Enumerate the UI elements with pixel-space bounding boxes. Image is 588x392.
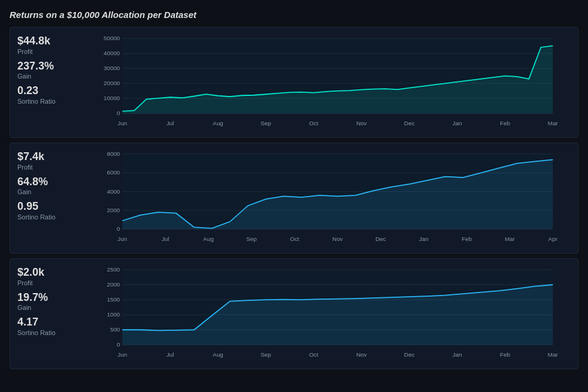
- svg-text:Jun: Jun: [117, 351, 127, 358]
- svg-text:Dec: Dec: [375, 236, 386, 242]
- chart-stats-3: $2.0k Profit 19.7% Gain 4.17 Sortino Rat…: [17, 266, 83, 361]
- svg-text:8000: 8000: [107, 150, 120, 157]
- sortino-stat-3: 4.17 Sortino Ratio: [17, 316, 78, 336]
- svg-text:Jan: Jan: [419, 236, 429, 242]
- svg-text:Feb: Feb: [500, 351, 511, 358]
- svg-text:500: 500: [110, 326, 120, 333]
- profit-stat-3: $2.0k Profit: [17, 266, 78, 287]
- svg-text:30000: 30000: [104, 65, 120, 71]
- gain-stat-2: 64.8% Gain: [17, 176, 78, 196]
- svg-text:2000: 2000: [107, 281, 120, 288]
- svg-text:Nov: Nov: [356, 351, 367, 358]
- charts-container: $44.8k Profit 237.3% Gain 0.23 Sortino R…: [10, 27, 578, 369]
- sortino-stat-1: 0.23 Sortino Ratio: [17, 85, 78, 105]
- page-title: Returns on a $10,000 Allocation per Data…: [10, 10, 578, 20]
- gain-stat-3: 19.7% Gain: [17, 291, 78, 312]
- svg-text:Mar: Mar: [505, 236, 516, 242]
- svg-text:Jun: Jun: [117, 236, 127, 242]
- svg-text:Jan: Jan: [453, 351, 462, 358]
- svg-text:Aug: Aug: [213, 120, 223, 126]
- chart-panel-3: $2.0k Profit 19.7% Gain 4.17 Sortino Rat…: [10, 258, 578, 369]
- svg-text:40000: 40000: [104, 50, 120, 56]
- svg-text:0: 0: [117, 341, 120, 348]
- svg-text:0: 0: [117, 225, 120, 232]
- chart-svg-area-1: 50000400003000020000100000JunJulAugSepOc…: [83, 35, 573, 130]
- svg-text:6000: 6000: [107, 169, 120, 176]
- svg-text:Mar: Mar: [548, 120, 559, 126]
- svg-text:1500: 1500: [107, 296, 120, 303]
- svg-text:Oct: Oct: [290, 236, 299, 242]
- svg-text:Oct: Oct: [309, 120, 319, 126]
- svg-text:Feb: Feb: [500, 120, 511, 126]
- svg-text:Sep: Sep: [246, 236, 257, 242]
- svg-text:Jan: Jan: [453, 120, 462, 126]
- chart-svg-area-3: 25002000150010005000JunJulAugSepOctNovDe…: [83, 266, 573, 361]
- chart-panel-2: $7.4k Profit 64.8% Gain 0.95 Sortino Rat…: [10, 143, 578, 254]
- svg-text:Apr: Apr: [548, 236, 558, 242]
- svg-text:Sep: Sep: [260, 351, 271, 358]
- svg-text:Nov: Nov: [356, 120, 367, 126]
- svg-text:Oct: Oct: [309, 351, 319, 358]
- svg-text:4000: 4000: [107, 188, 120, 195]
- chart-stats-2: $7.4k Profit 64.8% Gain 0.95 Sortino Rat…: [17, 150, 83, 246]
- sortino-stat-2: 0.95 Sortino Ratio: [17, 200, 78, 221]
- svg-text:Aug: Aug: [213, 351, 223, 358]
- chart-stats-1: $44.8k Profit 237.3% Gain 0.23 Sortino R…: [17, 35, 83, 130]
- svg-text:Aug: Aug: [203, 236, 214, 242]
- profit-stat-1: $44.8k Profit: [17, 35, 78, 55]
- gain-stat-1: 237.3% Gain: [17, 60, 78, 80]
- svg-text:Jul: Jul: [162, 236, 169, 242]
- svg-text:20000: 20000: [104, 80, 120, 86]
- svg-text:2500: 2500: [107, 266, 120, 273]
- svg-text:Feb: Feb: [462, 236, 472, 242]
- chart-panel-1: $44.8k Profit 237.3% Gain 0.23 Sortino R…: [10, 27, 578, 138]
- svg-text:1000: 1000: [107, 311, 120, 318]
- profit-stat-2: $7.4k Profit: [17, 150, 78, 171]
- svg-text:Jun: Jun: [117, 120, 127, 126]
- svg-text:Dec: Dec: [404, 351, 415, 358]
- svg-text:0: 0: [117, 110, 120, 116]
- svg-text:Mar: Mar: [548, 351, 559, 358]
- svg-text:Nov: Nov: [332, 236, 343, 242]
- page-container: Returns on a $10,000 Allocation per Data…: [10, 10, 578, 369]
- svg-text:2000: 2000: [107, 207, 120, 213]
- svg-text:Jul: Jul: [166, 120, 174, 126]
- svg-text:Jul: Jul: [166, 351, 174, 358]
- svg-text:10000: 10000: [104, 95, 120, 101]
- svg-text:Dec: Dec: [404, 120, 415, 126]
- svg-text:50000: 50000: [104, 35, 120, 41]
- chart-svg-area-2: 80006000400020000JunJulAugSepOctNovDecJa…: [83, 150, 573, 246]
- svg-text:Sep: Sep: [260, 120, 271, 126]
